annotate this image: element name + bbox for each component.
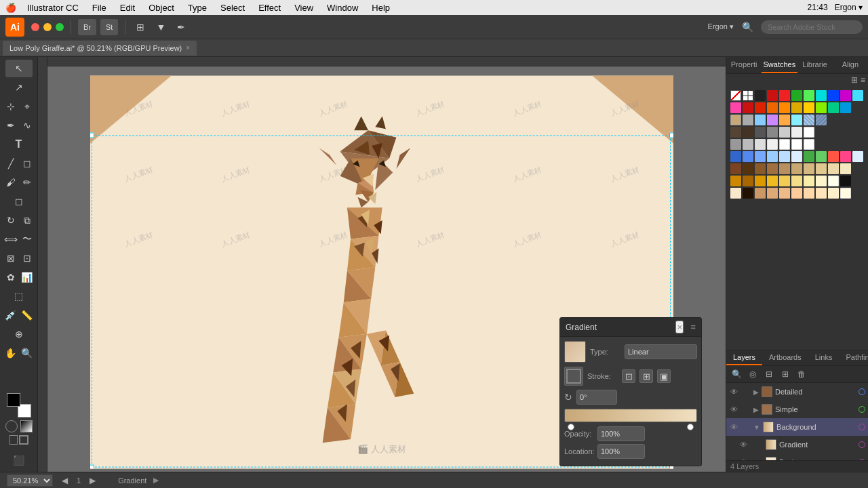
foreground-color-box[interactable] (7, 393, 20, 407)
layer-lock-simple[interactable] (741, 405, 751, 414)
fill-color-box[interactable] (9, 435, 18, 445)
lt-gray-swatch[interactable] (755, 139, 766, 150)
sky-swatch[interactable] (755, 151, 766, 162)
near-cream2-swatch[interactable] (840, 188, 851, 199)
black2-swatch[interactable] (840, 176, 851, 186)
near-white-swatch[interactable] (791, 127, 802, 138)
lilac-swatch[interactable] (767, 115, 778, 125)
layer-release-btn[interactable]: ⊟ (762, 367, 776, 381)
apple-menu[interactable]: 🍎 (5, 3, 16, 13)
pale-gray-swatch[interactable] (767, 139, 778, 150)
none-color-btn[interactable] (5, 420, 18, 432)
pale-straw-swatch[interactable] (791, 176, 802, 186)
layer-expand-simple[interactable]: ▶ (753, 406, 759, 413)
green1-swatch[interactable] (804, 151, 814, 162)
terracotta-swatch[interactable] (730, 163, 741, 174)
med-gray2-swatch[interactable] (743, 139, 753, 150)
green2-swatch[interactable] (816, 151, 827, 162)
registration-swatch[interactable] (743, 90, 753, 101)
amber2-swatch[interactable] (755, 176, 766, 186)
menu-object[interactable]: Object (146, 3, 177, 13)
direct-selection-tool[interactable]: ↗ (5, 79, 33, 96)
stroke-color-box[interactable] (19, 435, 28, 445)
gradient-stop-right[interactable] (687, 424, 694, 430)
dark-red-swatch[interactable] (743, 102, 753, 113)
orange-swatch[interactable] (767, 102, 778, 113)
menu-illustrator[interactable]: Illustrator CC (24, 3, 81, 13)
layer-vis-background[interactable]: 👁 (729, 422, 738, 432)
layer-vis-gradient[interactable]: 👁 (738, 440, 748, 449)
frame-tool[interactable]: ⬛ (5, 451, 33, 469)
black-swatch[interactable] (755, 90, 766, 101)
mid-gray-swatch[interactable] (767, 127, 778, 138)
cyan-swatch[interactable] (816, 90, 827, 101)
symbol-tool[interactable]: ✿ (3, 268, 18, 286)
menu-edit[interactable]: Edit (117, 3, 138, 13)
yellow-swatch[interactable] (804, 102, 814, 113)
texture-swatch[interactable] (816, 115, 827, 125)
warm-light-swatch[interactable] (779, 188, 790, 199)
perspective-tool[interactable]: ⊡ (20, 249, 35, 267)
handle-tr[interactable] (669, 133, 673, 138)
search-stock-btn[interactable]: 🔍 (739, 19, 755, 35)
sepia-swatch[interactable] (743, 163, 753, 174)
indigo-swatch[interactable] (730, 151, 741, 162)
measure-tool[interactable]: 📏 (20, 306, 35, 324)
warp-tool[interactable]: 〜 (20, 230, 35, 248)
white2-swatch[interactable] (779, 139, 790, 150)
layers-tab-links[interactable]: Links (808, 350, 840, 365)
shape-tool[interactable]: ◻ (20, 155, 35, 172)
sienna2-swatch[interactable] (767, 163, 778, 174)
handle-bl[interactable] (90, 465, 94, 469)
very-pale-swatch[interactable] (804, 176, 814, 186)
warm-v-light-swatch[interactable] (816, 188, 827, 199)
column-graph-tool[interactable]: 📊 (20, 268, 35, 286)
document-tab[interactable]: Low Poly Giraffe.ai* @ 50.21% (RGB/GPU P… (3, 41, 197, 56)
transform-tool[interactable]: ⧉ (20, 211, 35, 229)
none-swatch[interactable] (730, 90, 741, 101)
layers-tab-artboards[interactable]: Artboards (762, 350, 808, 365)
gradient-location-select[interactable]: 100% 75% 50% 25% 0% (597, 444, 645, 459)
handle-tl[interactable] (90, 133, 94, 138)
layer-item-background[interactable]: 👁 ▼ Background (726, 418, 868, 436)
layer-lock-gradient[interactable] (751, 440, 760, 449)
menu-help[interactable]: Help (369, 3, 393, 13)
blue-swatch[interactable] (828, 90, 839, 101)
golden2-swatch[interactable] (743, 176, 753, 186)
magenta-swatch[interactable] (840, 90, 851, 101)
layer-item-basic[interactable]: 👁 Basic (736, 453, 868, 460)
panel-tab-properties[interactable]: Properti (726, 57, 762, 73)
status-triangle[interactable]: ▶ (153, 476, 159, 485)
golden1-swatch[interactable] (730, 176, 741, 186)
warm-pale-swatch[interactable] (791, 188, 802, 199)
width-tool[interactable]: ⟺ (3, 230, 18, 248)
near-white2-swatch[interactable] (828, 176, 839, 186)
gradient-panel-menu[interactable]: ≡ (690, 322, 696, 332)
v-pale-blue-swatch[interactable] (779, 151, 790, 162)
bright-red-swatch[interactable] (779, 90, 790, 101)
artboard-tool[interactable]: ⬚ (5, 287, 33, 305)
layer-find-btn[interactable]: 🔍 (729, 367, 744, 381)
light-gray-swatch[interactable] (779, 127, 790, 138)
fg-bg-color-selector[interactable] (7, 393, 31, 418)
layers-tab-layers[interactable]: Layers (726, 350, 762, 365)
layer-delete-btn[interactable]: 🗑 (794, 367, 809, 381)
warm-tan-swatch[interactable] (755, 188, 766, 199)
close-window-btn[interactable] (31, 23, 39, 31)
layer-vis-detailed[interactable]: 👁 (729, 387, 738, 396)
caramel-swatch[interactable] (804, 163, 814, 174)
tab-close-btn[interactable]: × (186, 44, 190, 52)
panel-tab-align[interactable]: Align (833, 57, 868, 73)
tan1-swatch[interactable] (779, 163, 790, 174)
gradient-stroke-box[interactable] (564, 367, 583, 386)
pink-swatch[interactable] (730, 102, 741, 113)
pattern-swatch[interactable] (804, 115, 814, 125)
light-blue-swatch[interactable] (755, 115, 766, 125)
straw-swatch[interactable] (779, 176, 790, 186)
gradient-type-select[interactable]: Linear Radial Freeform (625, 344, 697, 359)
layer-item-detailed[interactable]: 👁 ▶ Detailed (726, 383, 868, 401)
pencil-tool[interactable]: ✏ (20, 174, 35, 191)
wheat-swatch[interactable] (816, 163, 827, 174)
arrange-button[interactable]: ▼ (153, 19, 169, 35)
gradient-stroke-btn3[interactable]: ▣ (657, 369, 671, 383)
